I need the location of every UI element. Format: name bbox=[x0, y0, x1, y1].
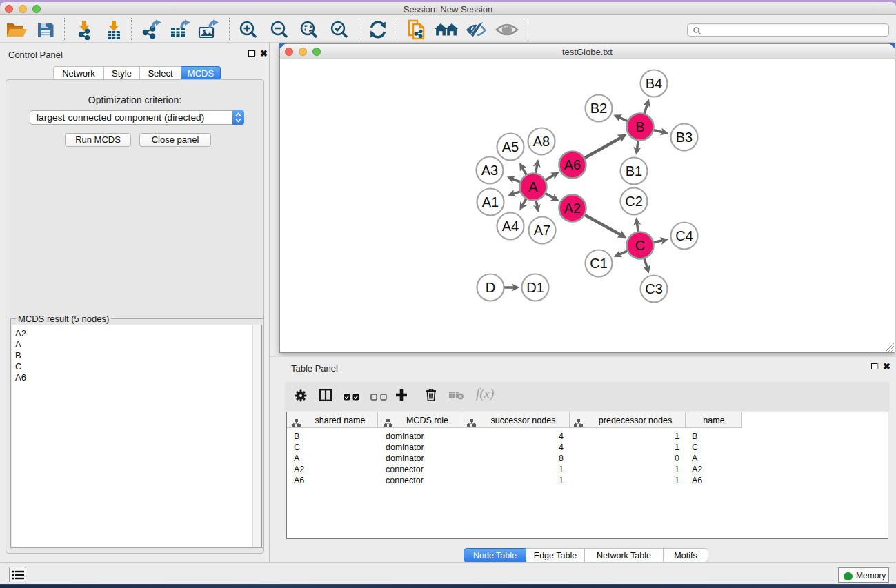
svg-text:D1: D1 bbox=[526, 280, 544, 295]
svg-text:B4: B4 bbox=[646, 76, 662, 91]
svg-text:A1: A1 bbox=[482, 194, 499, 210]
svg-text:C1: C1 bbox=[590, 256, 608, 271]
svg-text:A8: A8 bbox=[533, 134, 550, 149]
svg-text:C3: C3 bbox=[645, 281, 663, 296]
svg-text:C2: C2 bbox=[625, 194, 643, 209]
svg-text:B3: B3 bbox=[676, 130, 693, 145]
svg-text:A6: A6 bbox=[564, 157, 581, 172]
svg-text:A: A bbox=[528, 179, 538, 194]
svg-text:B1: B1 bbox=[626, 163, 642, 179]
svg-text:B2: B2 bbox=[590, 101, 607, 116]
svg-text:A3: A3 bbox=[481, 163, 498, 178]
svg-text:A5: A5 bbox=[502, 139, 519, 154]
svg-text:A4: A4 bbox=[502, 219, 519, 234]
svg-text:D: D bbox=[486, 280, 495, 295]
svg-text:A7: A7 bbox=[534, 223, 550, 238]
svg-text:B: B bbox=[635, 119, 644, 134]
svg-text:C4: C4 bbox=[675, 228, 693, 243]
svg-text:A2: A2 bbox=[564, 201, 581, 216]
svg-text:C: C bbox=[635, 238, 645, 253]
